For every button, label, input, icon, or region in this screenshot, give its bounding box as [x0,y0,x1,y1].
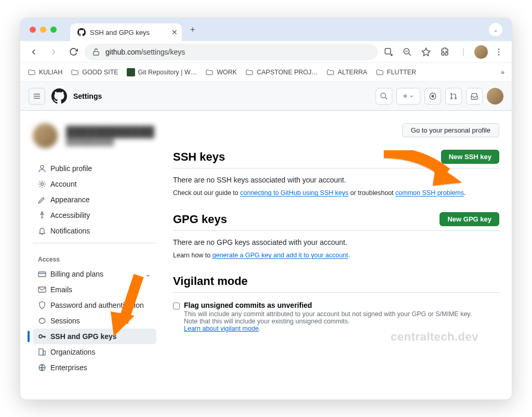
github-header: Settings + [20,82,512,111]
tab-title: SSH and GPG keys [90,29,150,36]
pull-requests-button[interactable] [445,88,462,105]
svg-rect-16 [38,287,46,292]
sidebar-item-ssh-gpg[interactable]: SSH and GPG keys [33,329,156,344]
bookmark-kuliah[interactable]: KULIAH [28,68,62,76]
page-title: Settings [73,92,102,100]
ssh-empty-text: There are no SSH keys associated with yo… [173,176,499,184]
traffic-lights [20,27,57,33]
svg-point-8 [432,95,434,97]
minimize-window-icon[interactable] [40,27,46,33]
watermark: centraltech.dev [391,330,478,344]
sidebar-item-accessibility[interactable]: Accessibility [33,207,156,223]
gpg-guide-text: Learn how to generate a GPG key and add … [173,252,499,259]
bookmark-good-site[interactable]: GOOD SITE [71,68,118,76]
hamburger-menu-button[interactable] [29,88,45,105]
vigilant-title: Vigilant mode [173,275,248,288]
go-to-profile-button[interactable]: Go to your personal profile [402,123,499,137]
browser-window: SSH and GPG keys ✕ + ⌄ github.com/settin… [20,18,512,400]
svg-rect-0 [94,51,99,55]
url-bar[interactable]: github.com/settings/keys [85,44,378,60]
svg-point-5 [498,54,499,55]
sidebar-item-sessions[interactable]: Sessions [33,313,156,329]
vigilant-section: Vigilant mode Flag unsigned commits as u… [173,275,499,332]
kebab-menu-icon[interactable] [491,47,507,57]
sidebar-item-emails[interactable]: Emails [33,282,156,297]
gpg-section: GPG keys New GPG key There are no GPG ke… [173,212,499,259]
svg-point-11 [455,97,457,99]
extension-area: | [381,45,507,59]
bookmarks-bar: KULIAH GOOD SITE Git Repository | W… WOR… [20,63,512,82]
chevron-down-icon: ⌄ [145,270,151,278]
github-favicon-icon [77,28,86,36]
profile-header: ████████████ ██████████ [33,123,156,148]
title-bar: SSH and GPG keys ✕ + ⌄ [20,18,512,41]
sidebar-item-organizations[interactable]: Organizations [33,344,156,360]
svg-point-10 [451,97,453,99]
issues-button[interactable] [424,88,441,105]
address-bar: github.com/settings/keys | [20,41,512,63]
svg-rect-15 [38,272,46,277]
bookmark-capstone[interactable]: CAPSTONE PROJ… [245,68,318,76]
svg-point-17 [39,335,42,338]
back-button[interactable] [25,44,42,60]
svg-point-3 [498,48,499,49]
bookmark-work[interactable]: WORK [205,68,237,76]
svg-point-13 [41,183,44,186]
sidebar-item-account[interactable]: Account [33,176,156,192]
browser-tab[interactable]: SSH and GPG keys ✕ [70,23,182,41]
reload-button[interactable] [65,44,82,60]
close-window-icon[interactable] [30,27,36,33]
gpg-empty-text: There are no GPG keys associated with yo… [173,238,499,246]
maximize-window-icon[interactable] [50,27,57,33]
svg-point-14 [42,212,43,214]
chevron-down-icon[interactable]: ⌄ [489,23,502,36]
ssh-guide-text: Check out our guide to connecting to Git… [173,189,499,197]
svg-rect-18 [39,349,43,355]
flag-unsigned-checkbox[interactable] [173,303,180,309]
divider: | [456,47,471,57]
create-new-button[interactable]: + [396,88,420,105]
github-logo-icon[interactable] [51,88,67,104]
bookmark-git-repo[interactable]: Git Repository | W… [127,68,197,76]
profile-avatar [33,123,58,148]
ssh-section: SSH keys New SSH key There are no SSH ke… [173,150,499,197]
star-icon[interactable] [418,47,434,57]
bookmark-flutter[interactable]: FLUTTER [376,68,416,76]
new-tab-button[interactable]: + [190,25,195,34]
flag-unsigned-desc: This will include any commit attributed … [184,310,472,332]
svg-rect-19 [43,351,45,355]
sidebar: ████████████ ██████████ Public profile A… [33,123,156,375]
ssh-guide-link[interactable]: connecting to GitHub using SSH keys [240,189,348,197]
sidebar-item-notifications[interactable]: Notifications [33,223,156,239]
profile-subtitle: ██████████ [66,138,154,146]
extensions-icon[interactable] [437,47,453,57]
bookmark-alterra[interactable]: ALTERRA [326,68,367,76]
url-text: github.com/settings/keys [105,48,185,56]
bookmarks-overflow-icon[interactable]: » [501,69,504,76]
search-button[interactable] [376,88,392,105]
ssh-title: SSH keys [173,150,225,164]
sidebar-item-billing[interactable]: Billing and plans⌄ [33,266,156,282]
svg-rect-1 [385,48,391,54]
gpg-guide-link[interactable]: generate a GPG key and add it to your ac… [212,252,348,259]
install-pwa-icon[interactable] [381,47,396,57]
sidebar-item-public-profile[interactable]: Public profile [33,161,156,176]
new-gpg-key-button[interactable]: New GPG key [440,212,499,226]
site-info-icon[interactable] [92,48,100,56]
new-ssh-key-button[interactable]: New SSH key [441,150,499,164]
inbox-button[interactable] [466,88,483,105]
close-tab-icon[interactable]: ✕ [154,29,175,36]
sidebar-item-appearance[interactable]: Appearance [33,192,156,207]
flag-unsigned-label: Flag unsigned commits as unverified [184,301,472,309]
zoom-out-icon[interactable] [400,47,415,57]
sidebar-item-password[interactable]: Password and authentication [33,297,156,313]
svg-point-6 [381,93,385,98]
profile-avatar-icon[interactable] [474,45,488,59]
sidebar-heading-access: Access [33,247,156,266]
sidebar-item-enterprises[interactable]: Enterprises [33,360,156,375]
gpg-title: GPG keys [173,213,227,226]
vigilant-learn-link[interactable]: Learn about vigilant mode [184,325,259,332]
ssh-problems-link[interactable]: common SSH problems [395,189,464,197]
forward-button[interactable] [45,44,62,60]
user-avatar[interactable] [487,88,503,105]
